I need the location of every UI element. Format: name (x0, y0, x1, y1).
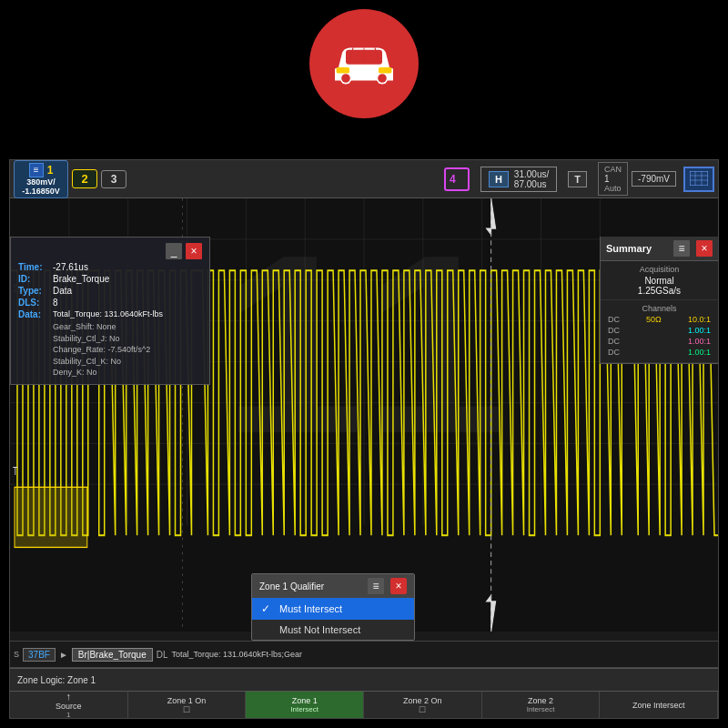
zone1-intersect-label: Zone 1 (292, 696, 318, 705)
dls-value: 8 (53, 298, 58, 308)
ch3-label: 3 (111, 173, 117, 186)
extra-line-3: Stability_Ctl_K: No (53, 356, 202, 368)
grid-button[interactable] (683, 167, 714, 192)
zone1-intersect-sub: Intersect (290, 705, 318, 713)
qualifier-close[interactable]: × (390, 578, 407, 594)
zone2-on-button[interactable]: Zone 2 On ☐ (364, 692, 482, 718)
source-button[interactable]: ↑ Source 1 (10, 692, 128, 718)
car-icon-container (309, 9, 419, 118)
time-offset: 87.00us (514, 179, 549, 189)
info-data-row: Data: Total_Torque: 131.0640kFt-lbs (18, 309, 202, 319)
ch3-button[interactable]: 3 (101, 170, 126, 188)
svg-rect-4 (379, 67, 391, 73)
bottom-bar: ↑ Source 1 Zone 1 On ☐ Zone 1 Intersect … (10, 691, 718, 718)
ch1-button[interactable]: ≡ 1 380mV/ -1.16850V (14, 160, 68, 198)
time-ref-section: H 31.00us/ 87.00us (480, 167, 557, 192)
channels-label: Channels (606, 304, 713, 313)
ch4-dc: DC (608, 348, 620, 357)
ch2-dc: DC (608, 326, 620, 335)
info-type-row: Type: Data (18, 286, 202, 296)
svg-text:T: T (13, 465, 18, 478)
ch3-ratio: 1.00:1 (688, 337, 711, 346)
ch2-ratio: 1.00:1 (688, 326, 711, 335)
qualifier-option-1[interactable]: Must Not Intersect (252, 620, 414, 640)
ch2-button[interactable]: 2 (72, 169, 97, 188)
svg-rect-30 (15, 487, 87, 547)
ch-row-2: DC 1.00:1 (606, 326, 713, 335)
info-panel-close[interactable]: × (186, 243, 202, 259)
voltage-section: -790mV (632, 171, 676, 187)
type-value: Data (53, 286, 72, 296)
info-panel: _ × Time: -27.61us ID: Brake_Torque Type… (10, 237, 210, 385)
extra-line-0: Gear_Shift: None (53, 321, 202, 333)
data-value: Total_Torque: 131.0640kFt-lbs (53, 309, 163, 319)
zone-logic-label: Zone Logic: Zone 1 (17, 675, 96, 685)
ch4-button[interactable]: 4 (444, 167, 470, 191)
extra-line-4: Deny_K: No (53, 367, 202, 379)
qualifier-label-1: Must Not Intersect (279, 624, 360, 635)
ch3-dc: DC (608, 337, 620, 346)
zone2-intersect-button[interactable]: Zone 2 Intersect (482, 692, 601, 718)
summary-minimize[interactable]: ≡ (673, 240, 690, 257)
time-per-div: 31.00us/ (514, 169, 549, 179)
zone-intersect-button[interactable]: Zone Intersect (600, 692, 718, 718)
summary-panel: Summary ≡ × Acquisition Normal 1.25GSa/s… (600, 237, 718, 364)
zone2-intersect-sub: Intersect (527, 705, 555, 713)
time-value: -27.61us (53, 262, 88, 272)
zone2-intersect-label: Zone 2 (528, 696, 553, 705)
decode-hex: 37BF (23, 648, 56, 662)
ch1-number: 1 (47, 164, 54, 177)
grid-icon (690, 171, 708, 186)
zone1-on-label: Zone 1 On (167, 696, 207, 705)
source-arrow: ↑ (66, 691, 72, 702)
can-label: CAN (604, 165, 622, 174)
decode-s-label: S (14, 650, 19, 659)
ch4-ratio: 1.00:1 (688, 348, 711, 357)
zone-intersect-label: Zone Intersect (632, 701, 685, 710)
type-label: Type: (18, 286, 53, 296)
zone1-on-checkbox[interactable]: ☐ (183, 705, 190, 714)
can-num: 1 (604, 174, 622, 184)
decode-name: Br|Brake_Torque (72, 648, 153, 662)
scope-container: ≡ 1 380mV/ -1.16850V 2 3 4 H 31.00us/ 87… (9, 159, 719, 719)
extra-line-1: Stability_Ctl_J: No (53, 333, 202, 345)
sample-rate: 1.25GSa/s (606, 286, 713, 296)
waveform-area: 11 (10, 198, 718, 632)
ch1-offset: -1.16850V (22, 187, 60, 196)
zone1-intersect-button[interactable]: Zone 1 Intersect (246, 692, 364, 718)
summary-title: Summary (606, 243, 652, 254)
qualifier-popup: Zone 1 Qualifier ≡ × ✓ Must Intersect Mu… (251, 573, 415, 641)
zone1-on-button[interactable]: Zone 1 On ☐ (128, 692, 247, 718)
qualifier-label-0: Must Intersect (279, 603, 342, 614)
zone2-on-label: Zone 2 On (403, 696, 442, 705)
ch1-ohm: 50Ω (646, 315, 662, 324)
zone2-on-checkbox[interactable]: ☐ (419, 705, 426, 714)
ch-row-1: DC 50Ω 10.0:1 (606, 315, 713, 324)
qualifier-minimize[interactable]: ≡ (368, 578, 384, 594)
ch1-icon: ≡ (29, 163, 44, 177)
svg-rect-8 (690, 171, 708, 186)
svg-point-1 (340, 73, 350, 83)
qualifier-title: Zone 1 Qualifier (259, 581, 324, 592)
info-panel-minimize[interactable]: _ (166, 243, 182, 259)
info-time-row: Time: -27.61us (18, 262, 202, 272)
qualifier-check-0: ✓ (261, 602, 274, 615)
info-dls-row: DLS: 8 (18, 298, 202, 308)
acquisition-section: Acquisition Normal 1.25GSa/s (601, 261, 718, 300)
dls-label: DLS: (18, 298, 53, 308)
extra-line-2: Change_Rate: -7.540ft/s^2 (53, 344, 202, 356)
id-label: ID: (18, 274, 53, 284)
h-label[interactable]: H (489, 171, 509, 187)
summary-header: Summary ≡ × (601, 237, 718, 261)
decode-dl-label: DL (157, 650, 168, 660)
info-extra: Gear_Shift: None Stability_Ctl_J: No Cha… (53, 321, 202, 379)
summary-close[interactable]: × (696, 240, 713, 257)
svg-rect-3 (337, 67, 349, 73)
source-sub: 1 (66, 711, 70, 719)
qualifier-option-0[interactable]: ✓ Must Intersect (252, 598, 414, 620)
car-icon (328, 36, 400, 91)
voltage-neg: -790mV (638, 174, 670, 184)
time-label: Time: (18, 262, 53, 272)
zone-logic-bar: Zone Logic: Zone 1 (10, 668, 718, 691)
t-label[interactable]: T (568, 171, 587, 187)
